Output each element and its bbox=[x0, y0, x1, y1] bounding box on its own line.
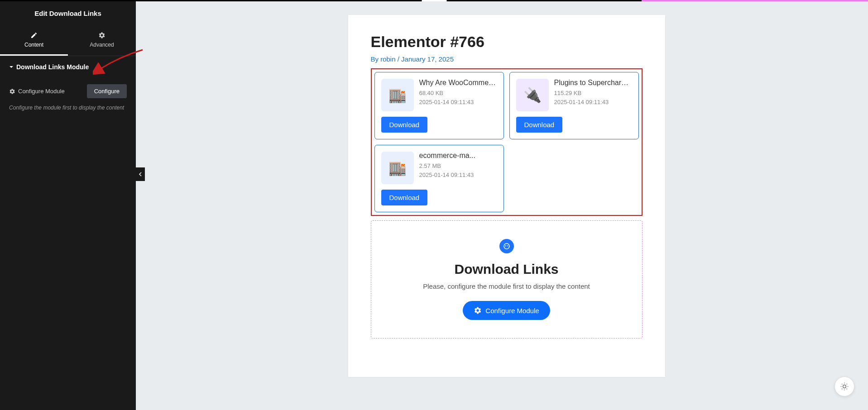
configure-module-button-label: Configure Module bbox=[485, 307, 539, 315]
download-size: 2.57 MB bbox=[419, 162, 475, 171]
download-title: ecommerce-ma... bbox=[419, 152, 475, 160]
topbar-center-mark bbox=[422, 0, 446, 1]
sidebar-tabs: Content Advanced bbox=[0, 25, 136, 56]
sun-icon bbox=[840, 382, 849, 391]
meta-author[interactable]: By robin bbox=[371, 55, 396, 63]
tab-content-label: Content bbox=[24, 42, 43, 48]
svg-point-0 bbox=[504, 243, 509, 249]
svg-point-1 bbox=[505, 245, 506, 246]
meta-sep: / bbox=[396, 55, 402, 63]
theme-toggle-button[interactable] bbox=[834, 377, 854, 396]
meta-date[interactable]: January 17, 2025 bbox=[401, 55, 454, 63]
download-button[interactable]: Download bbox=[516, 117, 563, 133]
download-thumbnail: 🏬 bbox=[381, 152, 414, 184]
gear-white-icon bbox=[474, 306, 482, 315]
module-placeholder-title: Download Links bbox=[380, 262, 633, 277]
progress-indicator bbox=[642, 0, 868, 1]
download-button[interactable]: Download bbox=[381, 190, 428, 205]
gear-icon bbox=[98, 32, 106, 39]
highlighted-widget: 🏬 Why Are WooCommerce Pl 68.40 KB 2025-0… bbox=[371, 68, 643, 216]
hint-text: Configure the module first to display th… bbox=[0, 101, 136, 114]
download-size: 68.40 KB bbox=[419, 89, 497, 98]
tab-content[interactable]: Content bbox=[0, 25, 68, 56]
page-meta: By robin / January 17, 2025 bbox=[371, 55, 643, 63]
gear-small-icon bbox=[9, 88, 15, 95]
download-date: 2025-01-14 09:11:43 bbox=[419, 98, 497, 107]
tab-advanced[interactable]: Advanced bbox=[68, 25, 136, 56]
module-placeholder-text: Please, configure the module first to di… bbox=[380, 282, 633, 290]
download-thumbnail: 🔌 bbox=[516, 79, 549, 111]
editor-sidebar: Edit Download Links Content Advanced Dow… bbox=[0, 1, 136, 410]
download-button[interactable]: Download bbox=[381, 117, 428, 133]
download-date: 2025-01-14 09:11:43 bbox=[419, 171, 475, 180]
download-thumbnail: 🏬 bbox=[381, 79, 414, 111]
sidebar-title: Edit Download Links bbox=[0, 1, 136, 25]
sidebar-collapse-handle[interactable] bbox=[136, 167, 145, 181]
download-grid: 🏬 Why Are WooCommerce Pl 68.40 KB 2025-0… bbox=[374, 72, 639, 212]
download-card: 🔌 Plugins to Supercharge You 115.29 KB 2… bbox=[509, 72, 639, 139]
svg-point-2 bbox=[507, 245, 508, 246]
download-size: 115.29 KB bbox=[554, 89, 632, 98]
download-card: 🏬 Why Are WooCommerce Pl 68.40 KB 2025-0… bbox=[374, 72, 504, 139]
panel-section: Download Links Module bbox=[0, 56, 136, 78]
page-title: Elementor #766 bbox=[371, 33, 643, 51]
module-placeholder[interactable]: Download Links Please, configure the mod… bbox=[371, 220, 643, 338]
configure-module-button[interactable]: Configure Module bbox=[463, 301, 550, 320]
chevron-left-icon bbox=[139, 172, 142, 176]
configure-label-text: Configure Module bbox=[18, 88, 65, 95]
main-canvas: Elementor #766 By robin / January 17, 20… bbox=[145, 1, 868, 410]
section-toggle[interactable]: Download Links Module bbox=[9, 63, 127, 71]
configure-label: Configure Module bbox=[9, 88, 65, 95]
configure-button[interactable]: Configure bbox=[87, 84, 127, 98]
download-card: 🏬 ecommerce-ma... 2.57 MB 2025-01-14 09:… bbox=[374, 145, 504, 212]
pencil-icon bbox=[30, 32, 38, 39]
configure-row: Configure Module Configure bbox=[0, 78, 136, 101]
page-card: Elementor #766 By robin / January 17, 20… bbox=[348, 15, 665, 377]
tab-advanced-label: Advanced bbox=[90, 42, 114, 48]
download-title: Plugins to Supercharge You bbox=[554, 79, 632, 87]
download-date: 2025-01-14 09:11:43 bbox=[554, 98, 632, 107]
section-title: Download Links Module bbox=[16, 63, 89, 71]
svg-point-3 bbox=[843, 385, 846, 388]
caret-down-icon bbox=[9, 65, 14, 69]
module-logo-icon bbox=[499, 239, 514, 253]
download-title: Why Are WooCommerce Pl bbox=[419, 79, 497, 87]
